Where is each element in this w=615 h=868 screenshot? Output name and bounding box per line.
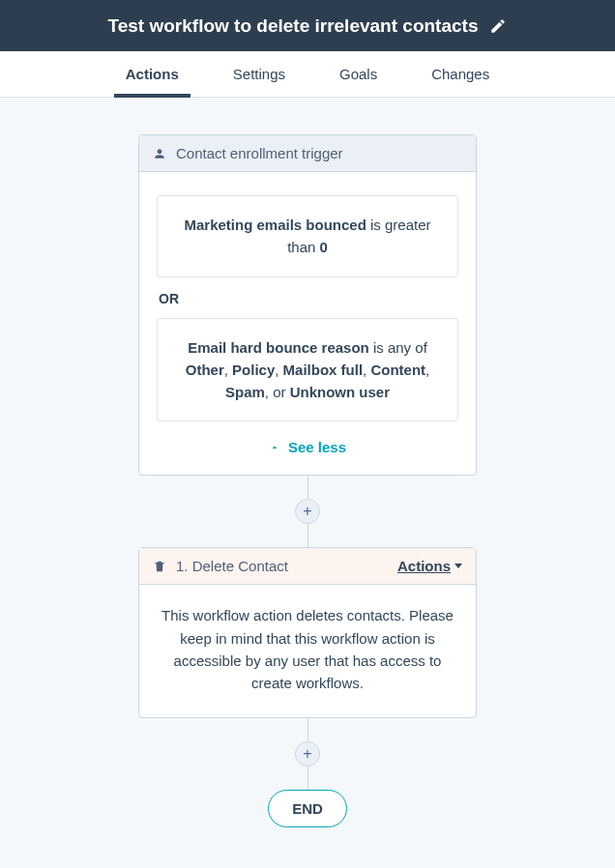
end-node: END: [268, 790, 347, 827]
enrollment-trigger-card[interactable]: Contact enrollment trigger Marketing ema…: [138, 134, 477, 476]
actions-dropdown-label: Actions: [397, 558, 451, 574]
delete-header-label: 1. Delete Contact: [176, 558, 288, 574]
trigger-card-body: Marketing emails bounced is greater than…: [139, 172, 476, 475]
trigger-header-label: Contact enrollment trigger: [176, 145, 343, 161]
add-action-button-1[interactable]: +: [295, 499, 320, 524]
criteria-2[interactable]: Email hard bounce reason is any of Other…: [157, 318, 458, 422]
criteria-2-v6: Unknown user: [290, 384, 390, 400]
or-separator: OR: [159, 291, 458, 306]
criteria-2-v2: Policy: [232, 362, 275, 378]
see-less-label: See less: [288, 439, 346, 455]
delete-card-body: This workflow action deletes contacts. P…: [139, 585, 476, 717]
criteria-1-field: Marketing emails bounced: [184, 217, 366, 233]
connector-line: [308, 476, 308, 499]
connector-line: [308, 524, 308, 547]
criteria-2-v3: Mailbox full: [283, 362, 364, 378]
trash-icon: [153, 559, 166, 574]
connector-line: [308, 718, 308, 741]
card-actions-dropdown[interactable]: Actions: [397, 558, 462, 574]
tab-goals[interactable]: Goals: [339, 51, 377, 98]
criteria-2-v1: Other: [186, 362, 224, 378]
tab-settings[interactable]: Settings: [233, 51, 285, 98]
delete-header-left: 1. Delete Contact: [153, 558, 288, 574]
criteria-2-v4: Content: [370, 362, 425, 378]
workflow-canvas: Contact enrollment trigger Marketing ema…: [0, 98, 615, 827]
criteria-2-op: is any of: [369, 339, 427, 356]
see-less-toggle[interactable]: See less: [157, 439, 458, 455]
criteria-1[interactable]: Marketing emails bounced is greater than…: [157, 195, 458, 277]
tab-actions[interactable]: Actions: [126, 51, 179, 98]
chevron-up-icon: [269, 442, 280, 453]
tab-changes[interactable]: Changes: [431, 51, 489, 98]
caret-down-icon: [454, 564, 462, 568]
person-icon: [153, 147, 166, 160]
workflow-title: Test workflow to delete irrelevant conta…: [108, 15, 479, 37]
add-action-button-2[interactable]: +: [295, 741, 320, 767]
criteria-2-v5: Spam: [225, 384, 265, 400]
connector-line: [308, 767, 308, 790]
delete-contact-card[interactable]: 1. Delete Contact Actions This workflow …: [138, 547, 477, 718]
criteria-1-value: 0: [320, 239, 328, 255]
workflow-header: Test workflow to delete irrelevant conta…: [0, 0, 615, 51]
trigger-card-header: Contact enrollment trigger: [139, 135, 476, 172]
pencil-icon[interactable]: [489, 17, 507, 35]
tabs-bar: Actions Settings Goals Changes: [0, 51, 615, 98]
criteria-2-field: Email hard bounce reason: [188, 339, 369, 356]
delete-card-header: 1. Delete Contact Actions: [139, 548, 476, 585]
